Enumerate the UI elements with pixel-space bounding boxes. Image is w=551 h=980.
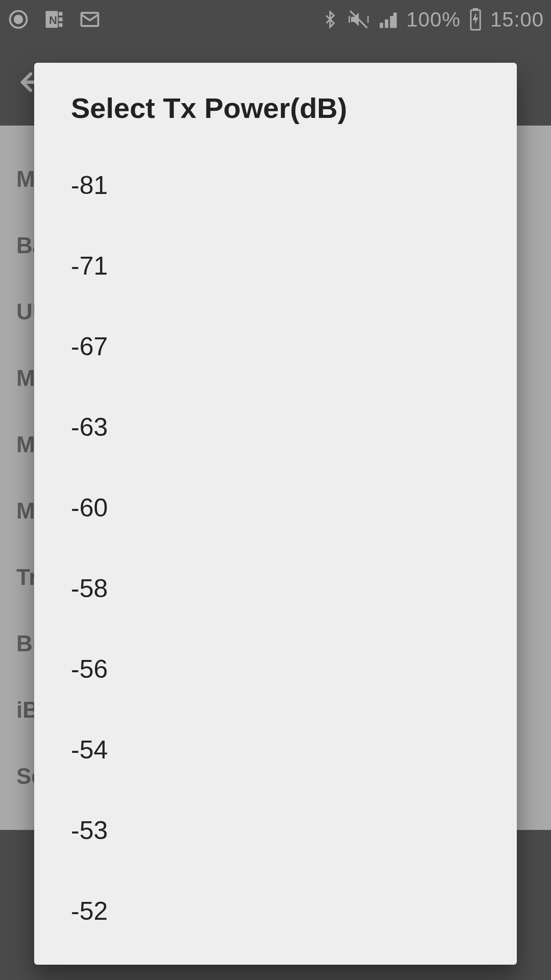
dialog-option[interactable]: -67 — [34, 306, 517, 387]
tx-power-dialog: Select Tx Power(dB) -81 -71 -67 -63 -60 … — [34, 63, 517, 965]
dialog-option[interactable]: -63 — [34, 387, 517, 468]
dialog-option[interactable]: -58 — [34, 548, 517, 629]
dialog-option[interactable]: -71 — [34, 226, 517, 306]
dialog-title: Select Tx Power(dB) — [34, 63, 517, 145]
dialog-option[interactable]: -52 — [34, 871, 517, 951]
dialog-option[interactable]: -51 — [34, 951, 517, 965]
dialog-option[interactable]: -60 — [34, 468, 517, 548]
dialog-option[interactable]: -54 — [34, 709, 517, 790]
dialog-option-list[interactable]: -81 -71 -67 -63 -60 -58 -56 -54 -53 -52 … — [34, 145, 517, 965]
dialog-option[interactable]: -81 — [34, 145, 517, 226]
dialog-option[interactable]: -53 — [34, 790, 517, 871]
dialog-option[interactable]: -56 — [34, 629, 517, 709]
